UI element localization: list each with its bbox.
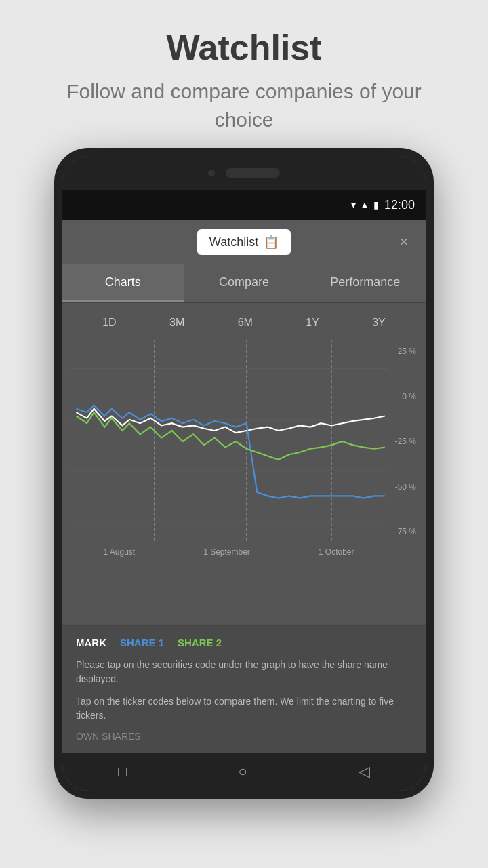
x-label-oct: 1 October bbox=[319, 547, 354, 557]
tab-performance[interactable]: Performance bbox=[304, 264, 426, 302]
phone-bottom-nav: □ ○ ◁ bbox=[62, 753, 426, 791]
page-title: Watchlist bbox=[41, 27, 447, 68]
time-1y[interactable]: 1Y bbox=[300, 314, 325, 332]
time-1d[interactable]: 1D bbox=[97, 314, 121, 332]
time-6m[interactable]: 6M bbox=[232, 314, 258, 332]
y-axis-labels: 25 % 0 % -25 % -50 % -75 % bbox=[395, 340, 416, 543]
x-label-aug: 1 August bbox=[103, 547, 135, 557]
watchlist-icon: 📋 bbox=[264, 235, 279, 250]
speaker-grill bbox=[226, 168, 280, 178]
tab-charts[interactable]: Charts bbox=[62, 264, 184, 302]
status-time: 12:00 bbox=[384, 198, 415, 212]
y-label-n50: -50 % bbox=[395, 482, 416, 492]
legend-share2[interactable]: SHARE 2 bbox=[178, 637, 222, 648]
nav-back-button[interactable]: ◁ bbox=[359, 763, 370, 781]
y-label-25: 25 % bbox=[395, 347, 416, 356]
nav-square-button[interactable]: □ bbox=[118, 763, 127, 781]
app-content: Watchlist 📋 × Charts Compare Performance bbox=[62, 220, 426, 753]
legend-section: MARK SHARE 1 SHARE 2 Please tap on the s… bbox=[62, 625, 426, 753]
time-selector: 1D 3M 6M 1Y 3Y bbox=[62, 306, 426, 340]
status-bar: ▾ ▲ ▮ 12:00 bbox=[62, 190, 426, 220]
battery-icon: ▮ bbox=[373, 199, 379, 210]
status-icons: ▾ ▲ ▮ bbox=[351, 199, 379, 210]
y-label-n25: -25 % bbox=[395, 437, 416, 446]
x-label-sep: 1 September bbox=[203, 547, 250, 557]
legend-mark: MARK bbox=[76, 637, 106, 648]
camera-dot bbox=[208, 170, 215, 176]
app-header: Watchlist 📋 × bbox=[62, 220, 426, 264]
watchlist-badge: Watchlist 📋 bbox=[197, 229, 291, 255]
signal-icon: ▲ bbox=[360, 199, 369, 210]
page-header: Watchlist Follow and compare companies o… bbox=[0, 0, 488, 148]
time-3y[interactable]: 3Y bbox=[367, 314, 391, 332]
info-text-1: Please tap on the securities code under … bbox=[76, 658, 412, 686]
close-button[interactable]: × bbox=[393, 233, 415, 251]
time-3m[interactable]: 3M bbox=[164, 314, 190, 332]
y-label-0: 0 % bbox=[395, 392, 416, 401]
phone-container: ▾ ▲ ▮ 12:00 Watchlist 📋 × Charts bbox=[54, 148, 434, 799]
wifi-icon: ▾ bbox=[351, 199, 356, 210]
own-shares-label[interactable]: OWN SHARES bbox=[76, 731, 412, 742]
nav-home-button[interactable]: ○ bbox=[238, 763, 247, 781]
x-axis-labels: 1 August 1 September 1 October bbox=[62, 543, 395, 561]
legend-row: MARK SHARE 1 SHARE 2 bbox=[76, 637, 412, 648]
chart-wrapper: 25 % 0 % -25 % -50 % -75 % bbox=[69, 340, 419, 543]
phone-top-bar bbox=[62, 156, 426, 190]
chart-section: 1D 3M 6M 1Y 3Y bbox=[62, 303, 426, 625]
page-subtitle: Follow and compare companies of your cho… bbox=[41, 77, 447, 134]
phone-screen: ▾ ▲ ▮ 12:00 Watchlist 📋 × Charts bbox=[62, 156, 426, 791]
legend-share1[interactable]: SHARE 1 bbox=[120, 637, 164, 648]
chart-svg bbox=[69, 340, 388, 543]
tab-compare[interactable]: Compare bbox=[184, 264, 305, 302]
watchlist-badge-text: Watchlist bbox=[209, 235, 258, 250]
info-text-2: Tap on the ticker codes below to compare… bbox=[76, 694, 412, 723]
tabs-bar: Charts Compare Performance bbox=[62, 264, 426, 303]
y-label-n75: -75 % bbox=[395, 527, 416, 536]
